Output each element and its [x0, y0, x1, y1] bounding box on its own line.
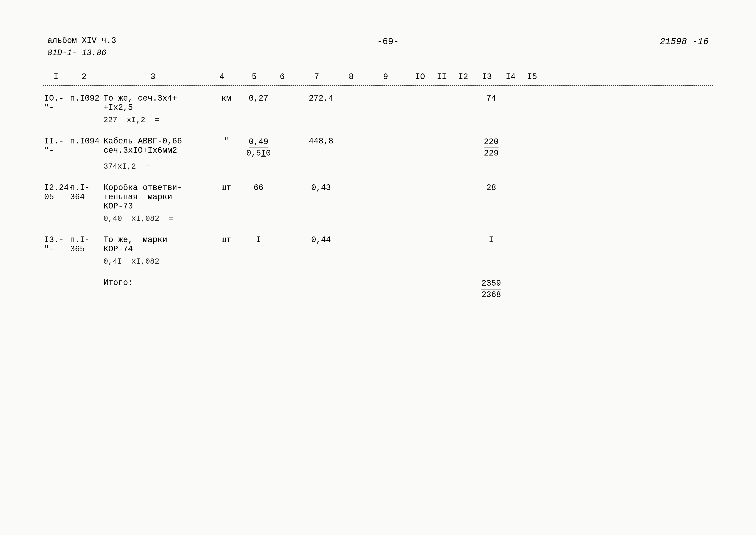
col-header-2: 2 — [69, 72, 99, 81]
row11-col7: 448,8 — [297, 136, 345, 146]
row13-subline: 0,4I хI,082 = — [103, 257, 713, 266]
itogo-row: Итого: 2359 2368 — [43, 277, 713, 301]
header-left: альбом XIV ч.3 81D-1- 13.86 — [47, 35, 116, 59]
row11-col13-top: 220 — [484, 136, 499, 148]
col-header-3: 3 — [99, 72, 207, 81]
row12-col3-line3: КОР-73 — [103, 202, 211, 211]
row11-col13-bot: 229 — [484, 148, 499, 158]
table-row: IO.-"- п.I092 То же, сеч.3х4+ +Iх2,5 км … — [43, 92, 713, 114]
row12-col3-line2: тельная марки — [103, 192, 211, 202]
table-row: I2.24-05 п.I-364 Коробка ответви- тельна… — [43, 182, 713, 212]
col-header-13: I3 — [474, 72, 500, 81]
table-row: I3.-"- п.I-365 То же, марки КОР-74 шт I … — [43, 234, 713, 255]
row10-col3-line2: +Iх2,5 — [103, 103, 211, 112]
row13-col13: I — [478, 235, 504, 244]
column-headers-row: I 2 3 4 5 6 7 8 9 IO II I2 I3 I4 I5 — [43, 70, 713, 83]
row12-col7: 0,43 — [297, 183, 345, 192]
album-subtitle: 81D-1- 13.86 — [47, 47, 116, 59]
col-header-11: II — [431, 72, 452, 81]
itogo-double-val: 2359 2368 — [478, 278, 504, 300]
row13-col3-line1: То же, марки — [103, 235, 211, 244]
itogo-value: 2359 2368 — [478, 278, 504, 300]
itogo-label: Итого: — [103, 278, 211, 287]
table-row: II.-"- п.I094 Кабель АВВГ-0,66 сеч.3хIO+… — [43, 135, 713, 160]
row12-col1: I2.24-05 — [43, 183, 69, 202]
row13-col1: I3.-"- — [43, 235, 69, 254]
row12-subline: 0,40 хI,082 = — [103, 214, 713, 223]
row11-col13: 220 229 — [478, 136, 504, 159]
col-header-8: 8 — [340, 72, 362, 81]
column-header-section: I 2 3 4 5 6 7 8 9 IO II I2 I3 I4 I5 — [43, 68, 713, 86]
page: альбом XIV ч.3 81D-1- 13.86 -69- 21598 -… — [0, 0, 756, 535]
item-block-13: I3.-"- п.I-365 То же, марки КОР-74 шт I … — [43, 234, 713, 266]
row12-col2: п.I-364 — [69, 183, 103, 202]
top-dashed-line — [43, 68, 713, 68]
row13-col3-line2: КОР-74 — [103, 244, 211, 254]
row11-col5-top: 0,49 — [248, 136, 268, 148]
item-block-10: IO.-"- п.I092 То же, сеч.3х4+ +Iх2,5 км … — [43, 92, 713, 125]
row11-col3-line2: сеч.3хIO+Iх6мм2 — [103, 146, 211, 155]
col-header-7: 7 — [293, 72, 340, 81]
row11-col5: 0,49 0,5I0 — [241, 136, 276, 159]
col-header-14: I4 — [500, 72, 521, 81]
row12-col3-line1: Коробка ответви- — [103, 183, 211, 192]
row10-col7: 272,4 — [297, 94, 345, 103]
content-area: IO.-"- п.I092 То же, сеч.3х4+ +Iх2,5 км … — [43, 92, 713, 301]
row10-col13: 74 — [478, 94, 504, 103]
row10-subline: 227 хI,2 = — [103, 116, 713, 125]
row11-col5-bot: 0,5I0 — [246, 148, 271, 158]
header: альбом XIV ч.3 81D-1- 13.86 -69- 21598 -… — [43, 35, 713, 59]
row13-col4: шт — [211, 235, 241, 244]
col-header-12: I2 — [452, 72, 474, 81]
row11-subline: 374хI,2 = — [103, 162, 713, 171]
row13-col5: I — [241, 235, 276, 244]
row12-col4: шт — [211, 183, 241, 192]
row10-col5: 0,27 — [241, 94, 276, 103]
col-header-1: I — [43, 72, 69, 81]
col-header-6: 6 — [272, 72, 293, 81]
col-header-4: 4 — [207, 72, 237, 81]
col-header-15: I5 — [521, 72, 543, 81]
item-block-12: I2.24-05 п.I-364 Коробка ответви- тельна… — [43, 182, 713, 223]
row10-col2: п.I092 — [69, 94, 103, 103]
item-block-11: II.-"- п.I094 Кабель АВВГ-0,66 сеч.3хIO+… — [43, 135, 713, 171]
row12-col3: Коробка ответви- тельная марки КОР-73 — [103, 183, 211, 211]
row11-col4: " — [211, 136, 241, 146]
row12-col13: 28 — [478, 183, 504, 192]
document-number: 21598 -16 — [660, 37, 709, 47]
row11-col5-fraction: 0,49 0,5I0 — [241, 136, 276, 159]
row11-col3: Кабель АВВГ-0,66 сеч.3хIO+Iх6мм2 — [103, 136, 211, 155]
row10-col3: То же, сеч.3х4+ +Iх2,5 — [103, 94, 211, 112]
row10-col3-line1: То же, сеч.3х4+ — [103, 94, 211, 103]
bottom-dashed-line — [43, 85, 713, 86]
row10-col1: IO.-"- — [43, 94, 69, 112]
itogo-val-top: 2359 — [481, 278, 501, 290]
col-header-5: 5 — [237, 72, 272, 81]
album-title: альбом XIV ч.3 — [47, 35, 116, 47]
row12-col5: 66 — [241, 183, 276, 192]
row13-col3: То же, марки КОР-74 — [103, 235, 211, 254]
row13-col2: п.I-365 — [69, 235, 103, 254]
page-number: -69- — [377, 37, 399, 47]
row13-col7: 0,44 — [297, 235, 345, 244]
itogo-val-bot: 2368 — [481, 290, 501, 300]
row11-col3-line1: Кабель АВВГ-0,66 — [103, 136, 211, 146]
col-header-9: 9 — [362, 72, 409, 81]
row11-col13-val: 220 229 — [478, 136, 504, 159]
row10-col4: км — [211, 94, 241, 103]
col-header-10: IO — [409, 72, 431, 81]
row11-col2: п.I094 — [69, 136, 103, 146]
row11-col1: II.-"- — [43, 136, 69, 155]
